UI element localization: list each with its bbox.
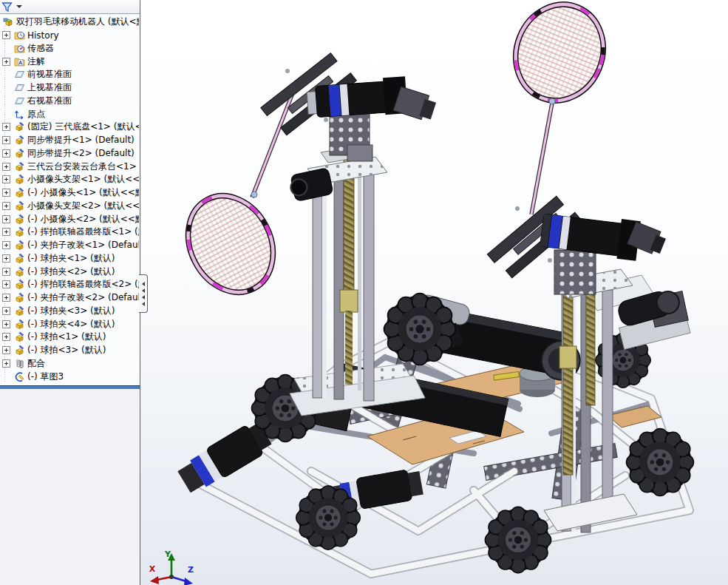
expand-toggle[interactable] [2, 333, 10, 341]
tree-row[interactable]: (-) 挥拍联轴器最终版<1> (默 [0, 226, 139, 239]
expand-toggle[interactable] [2, 189, 10, 197]
tree-item-label: 同步带提升<1> (Default) [27, 134, 135, 146]
part-icon [13, 240, 25, 251]
feature-tree-toolbar [0, 0, 140, 14]
tree-row[interactable]: (-) 小摄像头<2> (默认<<默 [0, 212, 139, 226]
tree-item-label: 注解 [27, 55, 45, 68]
tree-row[interactable]: (-) 夹拍子改装<2> (Default) [0, 291, 139, 305]
tree-row[interactable]: 三代云台安装云台承台<1> ( [0, 160, 139, 173]
tree-item-label: 上视基准面 [27, 81, 72, 94]
part-icon [13, 345, 25, 356]
expand-toggle[interactable] [2, 228, 10, 236]
expand-toggle[interactable] [2, 149, 10, 158]
sketch-icon [13, 371, 25, 382]
expand-toggle[interactable] [2, 241, 10, 249]
expand-toggle[interactable] [2, 163, 10, 171]
tree-item-label: (-) 夹拍子改装<2> (Default) [27, 291, 139, 304]
tree-row[interactable]: 右视基准面 [0, 95, 139, 108]
part-icon [13, 266, 25, 277]
tree-item-label: (-) 夹拍子改装<1> (Default) [27, 239, 139, 251]
chevron-down-icon[interactable] [16, 5, 22, 8]
tree-row[interactable]: History [0, 29, 139, 42]
part-icon [13, 213, 25, 225]
tree-item-label: 右视基准面 [27, 95, 72, 107]
tree-row[interactable]: 同步带提升<2> (Default) [0, 147, 139, 160]
tree-row[interactable]: 双打羽毛球移动机器人 (默认<默 [0, 16, 139, 29]
plane-icon [13, 82, 25, 94]
expand-toggle[interactable] [2, 268, 10, 276]
expand-toggle[interactable] [2, 359, 10, 368]
expand-toggle[interactable] [2, 215, 10, 223]
tree-item-label: 同步带提升<2> (Default) [27, 147, 135, 160]
tree-row[interactable]: (-) 挥拍联轴器最终版<2> (默 [0, 278, 139, 291]
tree-row[interactable]: (-) 球拍夹<2> (默认) [0, 265, 139, 278]
expand-toggle[interactable] [2, 175, 10, 183]
tree-item-label: (-) 球拍夹<2> (默认) [27, 266, 115, 278]
expand-toggle[interactable] [2, 320, 10, 328]
panel-empty-area [0, 388, 140, 585]
triad-z-label: Z [188, 565, 194, 575]
part-icon [13, 200, 25, 212]
triad-x-label: X [149, 564, 156, 574]
tree-row[interactable]: 小摄像头支架<2> (默认<<默 [0, 200, 139, 213]
collapse-arrow-icon [142, 282, 145, 286]
tree-row[interactable]: (-) 球拍<3> (默认) [0, 344, 139, 357]
panel-splitter-handle[interactable] [139, 274, 148, 313]
solidworks-window: Y X Z 双打羽毛球移动机器人 (默认<默History传感器注解前视基准面上… [0, 0, 728, 585]
expand-toggle[interactable] [2, 280, 10, 288]
collapse-arrow-icon [142, 295, 145, 300]
expand-toggle[interactable] [2, 202, 10, 210]
filter-funnel-icon[interactable] [1, 1, 13, 13]
tree-item-label: History [27, 30, 59, 41]
part-icon [13, 226, 25, 238]
part-icon [13, 305, 25, 317]
tree-row[interactable]: 小摄像头支架<1> (默认<<默 [0, 173, 139, 186]
tree-item-label: 三代云台安装云台承台<1> ( [27, 160, 139, 173]
tree-row[interactable]: (-) 球拍<1> (默认) [0, 331, 139, 344]
tree-row[interactable]: (固定) 三代底盘<1> (默认<默 [0, 121, 139, 134]
subassembly-icon [13, 135, 25, 146]
expand-toggle[interactable] [2, 294, 10, 302]
assembly-icon [2, 16, 14, 28]
tree-row[interactable]: 原点 [0, 107, 139, 121]
tree-row[interactable]: 前视基准面 [0, 68, 139, 81]
triad-y-label: Y [164, 550, 171, 559]
tree-row[interactable]: (-) 草图3 [0, 370, 139, 383]
tree-row[interactable]: 传感器 [0, 42, 139, 55]
part-icon [13, 252, 25, 264]
tree-row[interactable]: 上视基准面 [0, 81, 139, 95]
tree-item-label: (-) 球拍<1> (默认) [27, 331, 106, 343]
tree-item-label: 双打羽毛球移动机器人 (默认<默 [16, 16, 139, 28]
sensors-icon [13, 42, 25, 54]
tree-row[interactable]: (-) 球拍夹<4> (默认) [0, 317, 139, 331]
expand-toggle[interactable] [2, 136, 10, 144]
tree-row[interactable]: (-) 小摄像头<1> (默认<<默 [0, 186, 139, 200]
collapse-arrow-icon [142, 302, 145, 306]
expand-toggle[interactable] [2, 254, 10, 263]
expand-toggle[interactable] [2, 123, 10, 131]
tree-row[interactable]: 注解 [0, 55, 139, 68]
expand-toggle[interactable] [2, 31, 10, 39]
expand-toggle[interactable] [2, 307, 10, 315]
tree-row[interactable]: (-) 夹拍子改装<1> (Default) [0, 239, 139, 252]
tree-item-label: 小摄像头支架<1> (默认<<默 [27, 173, 139, 186]
expand-toggle[interactable] [2, 58, 10, 66]
part-icon [13, 331, 25, 343]
tree-row[interactable]: (-) 球拍夹<3> (默认) [0, 305, 139, 318]
part-icon [13, 292, 25, 304]
tree-item-label: 原点 [27, 108, 45, 121]
subassembly-icon [13, 147, 25, 159]
rollback-bar[interactable] [0, 385, 140, 389]
tree-item-label: (-) 小摄像头<1> (默认<<默 [27, 186, 139, 199]
tree-row[interactable]: 同步带提升<1> (Default) [0, 134, 139, 147]
tree-row[interactable]: 配合 [0, 357, 139, 371]
feature-manager-panel: 双打羽毛球移动机器人 (默认<默History传感器注解前视基准面上视基准面右视… [0, 0, 140, 585]
tree-item-label: 小摄像头支架<2> (默认<<默 [27, 200, 139, 212]
tree-item-label: (-) 球拍夹<1> (默认) [27, 252, 115, 265]
tree-item-label: (-) 挥拍联轴器最终版<2> (默 [27, 278, 139, 291]
tree-row[interactable]: (-) 球拍夹<1> (默认) [0, 252, 139, 266]
tree-item-label: (-) 草图3 [27, 371, 64, 383]
tree-item-label: (-) 挥拍联轴器最终版<1> (默 [27, 226, 139, 238]
origin-icon [13, 108, 25, 120]
expand-toggle[interactable] [2, 346, 10, 354]
